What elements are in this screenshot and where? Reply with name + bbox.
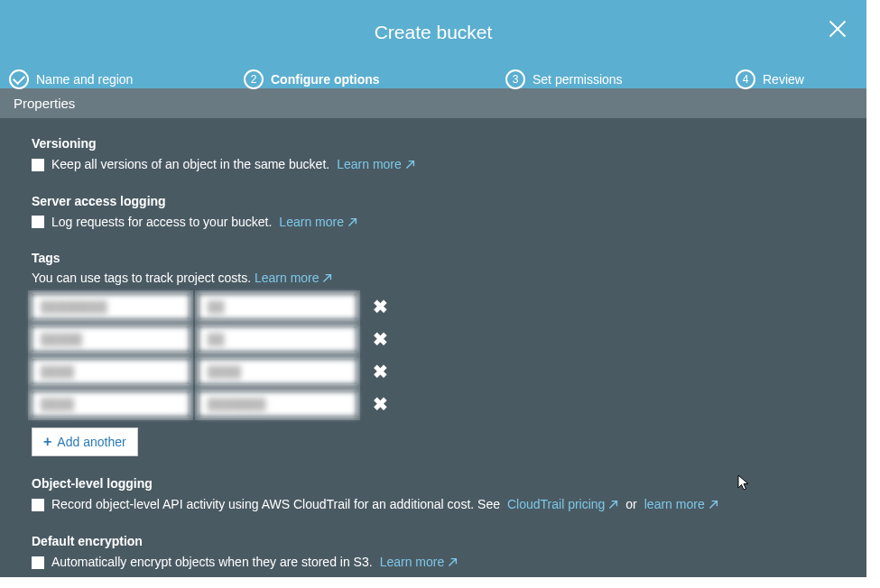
versioning-row: Keep all versions of an object in the sa… [32, 156, 835, 174]
or-text: or [625, 496, 636, 514]
versioning-learn-more-link[interactable]: Learn more [337, 156, 414, 174]
step-label: Set permissions [533, 72, 623, 87]
versioning-text: Keep all versions of an object in the sa… [51, 156, 329, 174]
modal-body-scroll[interactable]: Properties Versioning Keep all versions … [0, 88, 866, 575]
external-link-icon [322, 273, 332, 283]
tag-row: ✖ [32, 359, 835, 384]
versioning-checkbox[interactable] [32, 159, 44, 171]
object-logging-learn-more-link[interactable]: learn more [644, 496, 718, 514]
server-logging-text: Log requests for access to your bucket. [51, 214, 272, 232]
properties-header: Properties [0, 88, 866, 118]
versioning-title: Versioning [32, 136, 835, 151]
tags-group: Tags You can use tags to track project c… [32, 251, 835, 456]
encryption-text: Automatically encrypt objects when they … [51, 554, 373, 572]
tags-learn-more-link[interactable]: Learn more [255, 271, 332, 285]
plus-icon: + [43, 434, 51, 450]
modal-header: Create bucket Name and region 2 Configur… [0, 0, 866, 88]
tag-row: ✖ [32, 294, 835, 319]
versioning-group: Versioning Keep all versions of an objec… [32, 136, 835, 174]
object-logging-row: Record object-level API activity using A… [32, 496, 835, 514]
remove-tag-icon[interactable]: ✖ [369, 328, 392, 350]
server-logging-title: Server access logging [32, 194, 835, 208]
remove-tag-icon[interactable]: ✖ [369, 296, 392, 317]
tag-row: ✖ [32, 391, 835, 417]
tags-desc-row: You can use tags to track project costs.… [32, 271, 835, 285]
external-link-icon [405, 160, 415, 170]
server-logging-learn-more-link[interactable]: Learn more [279, 214, 357, 232]
object-logging-title: Object-level logging [32, 476, 835, 491]
external-link-icon [448, 557, 458, 567]
step-label: Review [763, 72, 804, 87]
external-link-icon [709, 500, 718, 510]
tag-value-input[interactable] [199, 391, 357, 417]
cloudtrail-pricing-link[interactable]: CloudTrail pricing [507, 496, 618, 514]
step-number-icon: 4 [736, 69, 755, 89]
step-set-permissions[interactable]: 3 Set permissions [505, 69, 623, 89]
tag-value-input[interactable] [199, 359, 357, 384]
object-logging-checkbox[interactable] [32, 499, 44, 511]
close-icon[interactable] [827, 18, 848, 40]
link-text: Learn more [337, 157, 402, 171]
add-another-label: Add another [57, 435, 125, 449]
link-text: Learn more [279, 215, 344, 229]
external-link-icon [608, 500, 618, 510]
add-another-tag-button[interactable]: + Add another [32, 427, 138, 456]
step-number-icon: 3 [505, 69, 525, 89]
link-text: Learn more [380, 555, 445, 569]
server-logging-checkbox[interactable] [32, 216, 44, 228]
tags-list: ✖ ✖ ✖ ✖ [32, 294, 835, 417]
check-icon [9, 69, 29, 89]
step-label: Name and region [36, 72, 133, 87]
tag-row: ✖ [32, 326, 835, 352]
link-text: CloudTrail pricing [507, 497, 605, 511]
properties-content: Versioning Keep all versions of an objec… [0, 118, 866, 575]
tags-desc: You can use tags to track project costs. [32, 271, 251, 285]
tag-key-input[interactable] [32, 359, 190, 384]
object-logging-group: Object-level logging Record object-level… [32, 476, 835, 514]
encryption-group: Default encryption Automatically encrypt… [32, 534, 835, 572]
tag-key-input[interactable] [32, 326, 190, 352]
encryption-row: Automatically encrypt objects when they … [32, 554, 835, 572]
step-label: Configure options [271, 72, 380, 87]
object-logging-text: Record object-level API activity using A… [51, 496, 500, 514]
tag-key-input[interactable] [32, 294, 190, 319]
remove-tag-icon[interactable]: ✖ [369, 361, 392, 382]
step-number-icon: 2 [244, 69, 264, 89]
modal-title: Create bucket [0, 0, 866, 43]
link-text: learn more [644, 497, 705, 511]
encryption-title: Default encryption [32, 534, 835, 548]
tags-title: Tags [32, 251, 835, 265]
encryption-checkbox[interactable] [32, 556, 44, 569]
remove-tag-icon[interactable]: ✖ [369, 393, 392, 415]
tag-value-input[interactable] [199, 326, 357, 352]
encryption-learn-more-link[interactable]: Learn more [380, 554, 458, 572]
step-review[interactable]: 4 Review [736, 69, 804, 89]
link-text: Learn more [255, 271, 320, 285]
server-logging-row: Log requests for access to your bucket. … [32, 214, 835, 232]
tag-value-input[interactable] [199, 294, 357, 319]
external-link-icon [347, 217, 357, 227]
server-logging-group: Server access logging Log requests for a… [32, 194, 835, 232]
create-bucket-modal: Create bucket Name and region 2 Configur… [0, 0, 866, 577]
tag-key-input[interactable] [32, 391, 190, 417]
step-name-and-region[interactable]: Name and region [9, 69, 133, 89]
step-configure-options[interactable]: 2 Configure options [244, 69, 380, 89]
